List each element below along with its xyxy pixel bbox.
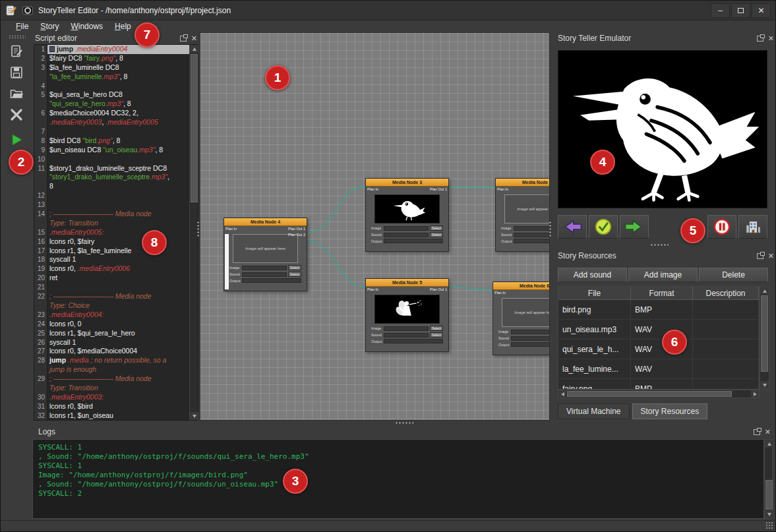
scroll-right-icon[interactable] (751, 390, 759, 398)
code-text[interactable] (47, 155, 189, 164)
new-script-button[interactable] (8, 43, 25, 60)
table-row[interactable]: fairy.pngBMP (558, 379, 759, 390)
undock-icon[interactable] (757, 36, 763, 42)
code-text[interactable]: $un_oiseau DC8 "un_oiseau.mp3", 8 (47, 146, 189, 155)
code-text[interactable]: .mediaEntry0003: (47, 393, 189, 402)
title-bar[interactable]: StoryTeller Editor - /home/anthony/ostpr… (1, 1, 775, 20)
table-row[interactable]: bird.pngBMP (558, 300, 759, 320)
minimize-button[interactable]: – (711, 3, 730, 18)
code-text[interactable]: syscall 1 (47, 255, 189, 264)
splitter-handle[interactable] (395, 421, 413, 425)
close-icon[interactable]: ✕ (768, 35, 774, 42)
field-value[interactable] (384, 326, 429, 331)
field-value[interactable] (514, 233, 550, 237)
code-text[interactable]: jump .mediaEntry0004 (47, 45, 189, 54)
table-hscrollbar[interactable] (558, 390, 760, 398)
code-text[interactable]: lcons r0, $fairy (47, 237, 189, 247)
graph-node[interactable]: Media Node 3Plan InPlan Out 1 ImageSelec… (365, 178, 449, 252)
input-port[interactable]: Plan In (497, 187, 508, 191)
code-text[interactable] (47, 283, 189, 292)
add-sound-button[interactable]: Add sound (558, 268, 627, 282)
table-row[interactable]: qui_sera_le_h...WAV (558, 340, 759, 359)
splitter-handle[interactable] (196, 221, 200, 237)
code-lines[interactable]: 1jump .mediaEntry00042$fairy DC8 "fairy.… (34, 45, 189, 420)
scrollbar-thumb[interactable] (567, 391, 732, 397)
code-text[interactable]: $la_fee_luminelle DC8 (47, 63, 189, 73)
scroll-down-icon[interactable] (760, 381, 769, 389)
code-text[interactable] (47, 191, 189, 200)
code-text[interactable]: .mediaEntry0005: (47, 228, 189, 237)
tab-virtual-machine[interactable]: Virtual Machine (558, 403, 630, 419)
scrollbar-thumb[interactable] (761, 295, 768, 372)
run-button[interactable] (8, 131, 25, 148)
column-header[interactable]: Format (631, 287, 693, 300)
code-text[interactable]: lcons r1, $un_oiseau (47, 411, 189, 420)
logs-scrollbar[interactable] (764, 439, 773, 519)
code-text[interactable]: ; -------------------------- Media node (47, 374, 189, 384)
node-graph-canvas[interactable]: Media Node 4Plan InPlan Out 1Plan Out 2I… (200, 32, 550, 421)
scrollbar-thumb[interactable] (765, 480, 773, 510)
add-image-button[interactable]: Add image (628, 268, 698, 282)
column-header[interactable]: Description (693, 287, 759, 300)
undock-icon[interactable] (754, 429, 760, 435)
code-text[interactable]: ; -------------------------- Media node (47, 210, 189, 219)
code-text[interactable]: jump is enough (47, 365, 189, 374)
next-button[interactable] (620, 215, 649, 239)
field-value[interactable] (384, 239, 443, 243)
close-icon[interactable]: ✕ (765, 429, 771, 435)
code-text[interactable]: $mediaChoice0004 DC32, 2, (47, 109, 189, 118)
code-text[interactable]: syscall 1 (47, 338, 189, 347)
output-port[interactable]: Plan Out 2 (288, 233, 305, 237)
input-port[interactable]: Plan In (367, 187, 378, 191)
field-value[interactable] (511, 336, 550, 341)
close-icon[interactable]: ✕ (768, 252, 774, 259)
code-text[interactable]: "story1_drako_luminelle_sceptre.mp3", (47, 173, 189, 182)
node-title[interactable]: Media Node 2 (496, 179, 550, 187)
menu-help[interactable]: Help (109, 22, 137, 31)
select-button[interactable]: Select (430, 225, 443, 231)
menu-file[interactable]: File (10, 22, 34, 31)
column-header[interactable]: File (558, 287, 631, 300)
node-title[interactable]: Media Node 6 (493, 282, 550, 290)
close-icon[interactable]: ✕ (191, 35, 197, 42)
resize-grip[interactable] (765, 521, 773, 529)
code-text[interactable] (47, 127, 189, 136)
code-text[interactable]: lcons r0, $mediaChoice0004 (47, 347, 189, 356)
input-port[interactable]: Plan In (367, 287, 378, 291)
output-port[interactable]: Plan Out 1 (430, 187, 447, 191)
code-text[interactable]: lcons r0, 0 (47, 320, 189, 329)
code-text[interactable]: Type: Transition (47, 219, 189, 228)
splitter-handle[interactable] (549, 221, 552, 237)
select-button[interactable]: Select (288, 265, 301, 270)
select-button[interactable]: Select (430, 332, 443, 338)
code-text[interactable]: $qui_sera_le_hero DC8 (47, 90, 189, 100)
code-text[interactable] (47, 200, 189, 210)
code-text[interactable]: Type: Transition (47, 384, 189, 393)
select-button[interactable]: Select (430, 232, 443, 237)
close-button[interactable]: ✕ (752, 3, 771, 18)
save-button[interactable] (8, 64, 25, 81)
undock-icon[interactable] (180, 36, 187, 42)
scrollbar-thumb[interactable] (191, 54, 198, 202)
input-port[interactable]: Plan In (494, 291, 506, 295)
undock-icon[interactable] (757, 253, 763, 259)
code-text[interactable]: Type: Choice (47, 301, 189, 310)
open-button[interactable] (8, 85, 25, 102)
scroll-down-icon[interactable] (765, 510, 773, 518)
table-row[interactable]: la_fee_lumine...WAV (558, 359, 759, 379)
field-value[interactable] (242, 278, 301, 283)
graph-node[interactable]: Media Node 6Plan InImage will appear her… (492, 281, 550, 355)
code-text[interactable]: "qui_sera_le_hero.mp3", 8 (47, 100, 189, 109)
node-title[interactable]: Media Node 5 (366, 279, 448, 287)
node-title[interactable]: Media Node 4 (224, 218, 307, 226)
validate-button[interactable] (589, 215, 618, 239)
field-value[interactable] (384, 233, 429, 237)
graph-node[interactable]: Media Node 4Plan InPlan Out 1Plan Out 2I… (224, 218, 307, 291)
select-button[interactable]: Select (288, 272, 301, 277)
code-text[interactable]: lcons r1, $qui_sera_le_hero (47, 329, 189, 338)
menu-windows[interactable]: Windows (65, 22, 109, 31)
code-text[interactable]: 8 (47, 182, 189, 191)
scroll-down-icon[interactable] (190, 412, 198, 420)
graph-node[interactable]: Media Node 2Plan InImage will appear her… (495, 178, 550, 252)
input-port[interactable]: Plan In (225, 227, 237, 231)
